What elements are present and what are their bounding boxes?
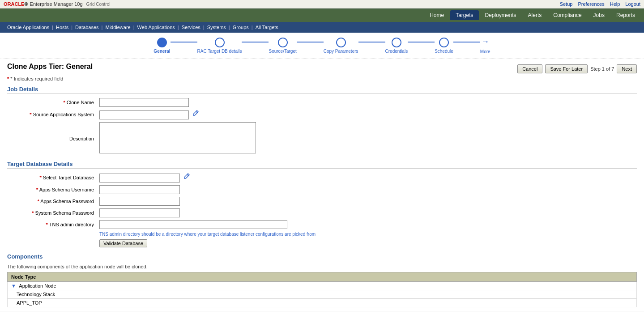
step-label-creds: Credentials bbox=[385, 49, 408, 54]
svg-line-1 bbox=[187, 174, 188, 176]
apps-schema-pass-input[interactable] bbox=[99, 197, 180, 206]
nav-middleware[interactable]: Middleware bbox=[102, 25, 133, 30]
table-row: APPL_TOP bbox=[8, 299, 637, 307]
source-apps-label: * Source Applications System bbox=[7, 108, 97, 121]
svg-line-0 bbox=[196, 111, 197, 113]
secondary-nav: Oracle Applications | Hosts | Databases … bbox=[0, 22, 644, 33]
select-target-input[interactable] bbox=[99, 174, 180, 182]
help-link[interactable]: Help bbox=[610, 1, 620, 7]
apps-schema-pass-row: * Apps Schema Password bbox=[7, 195, 637, 207]
step-line-3 bbox=[297, 42, 324, 42]
components-table: Node Type ▼ Application Node Technology … bbox=[7, 272, 637, 307]
step-rac-target[interactable]: RAC Target DB details bbox=[197, 38, 242, 54]
nav-services[interactable]: Services bbox=[179, 25, 203, 30]
step-line-5 bbox=[408, 42, 435, 42]
step-label-source: Source/Target bbox=[269, 49, 296, 54]
step-circle-copy bbox=[336, 38, 346, 47]
step-schedule[interactable]: Schedule bbox=[435, 38, 453, 54]
components-description: The following components of the applicat… bbox=[7, 264, 637, 269]
clone-name-row: * Clone Name bbox=[7, 97, 637, 108]
grid-control-label: Grid Control bbox=[86, 2, 111, 7]
target-db-header: Target Database Details bbox=[7, 161, 637, 169]
setup-link[interactable]: Setup bbox=[560, 1, 573, 7]
step-more[interactable]: → More bbox=[480, 37, 490, 54]
step-general[interactable]: General bbox=[154, 38, 170, 54]
step-line-2 bbox=[242, 42, 269, 42]
nav-hosts[interactable]: Hosts bbox=[53, 25, 71, 30]
description-textarea[interactable] bbox=[99, 122, 256, 153]
page-content: Clone Apps Tier: General Cancel Save For… bbox=[0, 59, 644, 311]
tab-home[interactable]: Home bbox=[424, 10, 449, 20]
cancel-button[interactable]: Cancel bbox=[517, 64, 542, 73]
next-button-top[interactable]: Next bbox=[617, 64, 637, 73]
table-row: Technology Stack bbox=[8, 290, 637, 299]
select-target-row: * Select Target Database bbox=[7, 171, 637, 184]
source-apps-input-cell bbox=[97, 108, 637, 121]
appl-top-cell: APPL_TOP bbox=[8, 299, 637, 307]
description-input-cell bbox=[97, 121, 637, 156]
top-links: Setup Preferences Help Logout bbox=[560, 1, 640, 7]
nav-groups[interactable]: Groups bbox=[230, 25, 252, 30]
top-bar: ORACLE® Enterprise Manager 10g Grid Cont… bbox=[0, 0, 644, 8]
step-label-rac: RAC Target DB details bbox=[197, 49, 242, 54]
step-circle-general bbox=[157, 38, 167, 47]
system-schema-pass-input[interactable] bbox=[99, 208, 180, 217]
apps-schema-user-label: * Apps Schema Username bbox=[7, 184, 97, 195]
job-details-header: Job Details bbox=[7, 86, 637, 94]
clone-name-input-cell bbox=[97, 97, 637, 108]
step-info-top: Step 1 of 7 bbox=[590, 66, 614, 72]
step-line-6 bbox=[453, 42, 480, 42]
required-note: * * Indicates required field bbox=[7, 76, 637, 81]
step-line-4 bbox=[358, 42, 385, 42]
tab-alerts[interactable]: Alerts bbox=[523, 10, 547, 20]
validate-database-button[interactable]: Validate Database bbox=[99, 239, 147, 247]
step-circle-creds bbox=[392, 38, 401, 47]
technology-stack-cell: Technology Stack bbox=[8, 290, 637, 299]
wizard-steps: General RAC Target DB details Source/Tar… bbox=[0, 33, 644, 59]
apps-schema-pass-input-cell bbox=[97, 195, 637, 207]
action-bar-top: Cancel Save For Later Step 1 of 7 Next bbox=[517, 63, 637, 75]
tab-deployments[interactable]: Deployments bbox=[480, 10, 522, 20]
select-target-input-cell bbox=[97, 171, 637, 184]
step-label-general: General bbox=[154, 49, 170, 54]
source-apps-search-icon[interactable] bbox=[190, 110, 201, 118]
save-for-later-button[interactable]: Save For Later bbox=[545, 64, 588, 73]
collapse-icon[interactable]: ▼ bbox=[11, 283, 16, 289]
step-circle-rac bbox=[215, 38, 225, 47]
step-copy-params[interactable]: Copy Parameters bbox=[324, 38, 358, 54]
step-label-copy: Copy Parameters bbox=[324, 49, 358, 54]
system-schema-pass-label: * System Schema Password bbox=[7, 207, 97, 219]
tab-targets[interactable]: Targets bbox=[450, 10, 478, 20]
clone-name-label: * Clone Name bbox=[7, 97, 97, 108]
select-target-label: * Select Target Database bbox=[7, 171, 97, 184]
nav-databases[interactable]: Databases bbox=[73, 25, 102, 30]
nav-oracle-applications[interactable]: Oracle Applications bbox=[4, 25, 52, 30]
tns-admin-label: * TNS admin directory bbox=[7, 219, 97, 230]
step-source-target[interactable]: Source/Target bbox=[269, 38, 296, 54]
source-apps-input[interactable] bbox=[99, 110, 189, 119]
step-credentials[interactable]: Credentials bbox=[385, 38, 408, 54]
apps-schema-user-input[interactable] bbox=[99, 185, 180, 194]
select-target-search-icon[interactable] bbox=[181, 173, 192, 181]
step-circle-source bbox=[278, 38, 288, 47]
bottom-action-bar: Cancel Save For Later Step 1 of 7 Next bbox=[0, 311, 644, 314]
logout-link[interactable]: Logout bbox=[625, 1, 640, 7]
nav-web-applications[interactable]: Web Applications bbox=[135, 25, 178, 30]
description-label: Description bbox=[7, 121, 97, 156]
application-node-cell: ▼ Application Node bbox=[8, 282, 637, 290]
tab-jobs[interactable]: Jobs bbox=[588, 10, 610, 20]
oracle-logo: ORACLE® bbox=[4, 1, 28, 7]
source-apps-row: * Source Applications System bbox=[7, 108, 637, 121]
nav-systems[interactable]: Systems bbox=[205, 25, 229, 30]
logo-area: ORACLE® Enterprise Manager 10g Grid Cont… bbox=[4, 1, 110, 7]
tns-admin-row: * TNS admin directory bbox=[7, 219, 637, 230]
clone-name-input[interactable] bbox=[99, 98, 189, 107]
step-circle-sched bbox=[439, 38, 449, 47]
step-label-more: More bbox=[480, 49, 490, 54]
tab-reports[interactable]: Reports bbox=[611, 10, 640, 20]
preferences-link[interactable]: Preferences bbox=[578, 1, 604, 7]
apps-schema-pass-label: * Apps Schema Password bbox=[7, 195, 97, 207]
nav-all-targets[interactable]: All Targets bbox=[253, 25, 281, 30]
tns-admin-input[interactable] bbox=[99, 220, 287, 229]
tab-compliance[interactable]: Compliance bbox=[548, 10, 587, 20]
